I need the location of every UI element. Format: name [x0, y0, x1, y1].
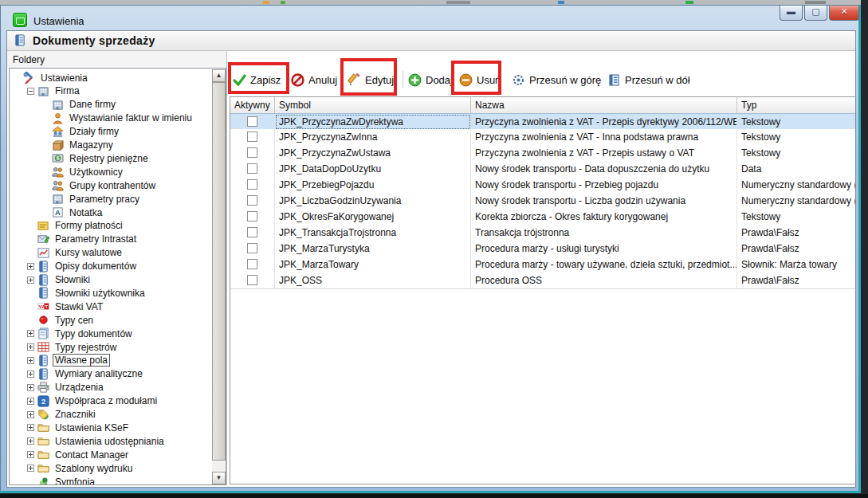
- cell-name[interactable]: Procedura OSS: [471, 273, 737, 288]
- scrollbar-thumb[interactable]: [212, 82, 226, 461]
- tree-item-urz-dzenia[interactable]: Urządzenia: [10, 381, 226, 394]
- maximize-button[interactable]: ▢: [804, 6, 827, 21]
- cell-symbol[interactable]: JPK_PrzyczynaZwDyrektywa: [275, 114, 471, 130]
- cell-name[interactable]: Przyczyna zwolnienia z VAT - Przepis ust…: [471, 145, 737, 161]
- cell-type[interactable]: Tekstowy: [737, 145, 856, 161]
- tree-item-szablony-wydruku[interactable]: Szablony wydruku: [10, 461, 226, 475]
- active-checkbox[interactable]: [247, 227, 257, 237]
- close-button[interactable]: ✕: [829, 6, 859, 21]
- tree-item-stawki-vat[interactable]: VATTStawki VAT: [10, 300, 226, 313]
- tree-item-wystawianie-faktur-w-imieniu[interactable]: Wystawianie faktur w imieniu: [10, 112, 226, 125]
- tree-expander-plus[interactable]: [27, 411, 34, 418]
- cell-symbol[interactable]: JPK_PrzyczynaZwInna: [275, 129, 471, 145]
- active-checkbox[interactable]: [247, 195, 257, 206]
- table-row-jpk-przyczynazwdyrektywa[interactable]: JPK_PrzyczynaZwDyrektywaPrzyczyna zwolni…: [230, 113, 856, 131]
- active-checkbox[interactable]: [247, 259, 257, 269]
- cell-name[interactable]: Procedura marży - usługi turystyki: [471, 241, 737, 257]
- tree-item-s-owniki[interactable]: Słowniki: [10, 273, 226, 287]
- active-checkbox[interactable]: [247, 163, 257, 174]
- tree-item-ustawienia[interactable]: Ustawienia: [10, 71, 212, 84]
- active-checkbox[interactable]: [247, 116, 257, 127]
- tree-item-u-ytkownicy[interactable]: Użytkownicy: [10, 165, 226, 178]
- tree-expander-plus[interactable]: [27, 424, 34, 431]
- active-checkbox[interactable]: [247, 275, 257, 285]
- tree-expander-plus[interactable]: [27, 465, 34, 472]
- tree-item-notatka[interactable]: ANotatka: [10, 206, 226, 219]
- tree-expander-plus[interactable]: [27, 371, 34, 378]
- table-row-jpk-oss[interactable]: JPK_OSSProcedura OSSPrawda\Fałsz: [230, 273, 856, 289]
- przesu-w-g-r-button[interactable]: Przesuń w górę: [509, 69, 604, 90]
- cell-name[interactable]: Przyczyna zwolnienia z VAT - Przepis dyr…: [471, 114, 737, 130]
- tree-item-s-owniki-u-ytkownika[interactable]: Słowniki użytkownika: [10, 286, 226, 300]
- cell-name[interactable]: Nowy środek transportu - Przebieg pojazd…: [471, 177, 737, 193]
- tree-item-dzia-y-firmy[interactable]: Działy firmy: [10, 125, 226, 139]
- table-row-jpk-datadopdouzytku[interactable]: JPK_DataDopDoUzytkuNowy środek transport…: [230, 161, 856, 178]
- table-row-jpk-przyczynazwustawa[interactable]: JPK_PrzyczynaZwUstawaPrzyczyna zwolnieni…: [230, 145, 856, 162]
- column-header-aktywny[interactable]: Aktywny: [230, 97, 275, 113]
- tree-item-wymiary-analityczne[interactable]: Wymiary analityczne: [10, 367, 226, 381]
- tree-item-wsp-praca-z-modu-ami[interactable]: 2Współpraca z modułami: [10, 394, 226, 408]
- tree-item-firma[interactable]: Firma: [10, 84, 226, 98]
- table-row-jpk-liczbagodzinuzywania[interactable]: JPK_LiczbaGodzinUzywaniaNowy środek tran…: [230, 193, 856, 210]
- cell-symbol[interactable]: JPK_PrzyczynaZwUstawa: [275, 145, 471, 161]
- minimize-button[interactable]: ▬: [780, 6, 803, 21]
- tree-item-parametry-intrastat[interactable]: Parametry Intrastat: [10, 233, 226, 246]
- cell-name[interactable]: Procedura marży - towary używane, dzieła…: [471, 257, 737, 273]
- cell-type[interactable]: Tekstowy: [737, 209, 856, 225]
- active-checkbox[interactable]: [247, 131, 257, 142]
- tree-item-typy-dokument-w[interactable]: Typy dokumentów: [10, 327, 226, 340]
- table-row-jpk-marzaturystyka[interactable]: JPK_MarzaTurystykaProcedura marży - usłu…: [230, 241, 856, 257]
- tree-item-ustawienia-ksef[interactable]: Ustawienia KSeF: [10, 421, 226, 434]
- tree-item-formy-p-atno-ci[interactable]: Formy płatności: [10, 219, 226, 233]
- cell-symbol[interactable]: JPK_MarzaTurystyka: [275, 241, 471, 257]
- cell-symbol[interactable]: JPK_LiczbaGodzinUzywania: [275, 193, 471, 209]
- cell-name[interactable]: Nowy środek transportu - Data dopuszczen…: [471, 161, 737, 177]
- cell-symbol[interactable]: JPK_DataDopDoUzytku: [275, 161, 471, 177]
- tree-item-contact-manager[interactable]: Contact Manager: [10, 448, 226, 461]
- cell-name[interactable]: Korekta zbiorcza - Okres faktury korygow…: [471, 209, 737, 225]
- cell-type[interactable]: Tekstowy: [737, 114, 856, 130]
- tree-item-dane-firmy[interactable]: Dane firmy: [10, 98, 226, 112]
- cell-type[interactable]: Numeryczny standardowy (...: [737, 193, 856, 209]
- column-header-nazwa[interactable]: Nazwa: [471, 97, 737, 113]
- cell-type[interactable]: Słownik: Marża towary: [737, 257, 856, 273]
- tree-expander-plus[interactable]: [27, 343, 34, 351]
- tree-expander-plus[interactable]: [27, 437, 34, 445]
- active-checkbox[interactable]: [247, 243, 257, 253]
- column-header-typ[interactable]: Typ: [737, 97, 856, 113]
- tree-item-kursy-walutowe[interactable]: Kursy walutowe: [10, 246, 226, 260]
- dodaj-button[interactable]: Dodaj: [405, 69, 456, 90]
- cell-name[interactable]: Nowy środek transportu - Liczba godzin u…: [471, 193, 737, 209]
- tree-item-w-asne-pola[interactable]: Własne pola: [10, 354, 226, 367]
- titlebar[interactable]: Ustawienia: [0, 5, 861, 30]
- tree-item-ustawienia-udost-pniania[interactable]: Ustawienia udostępniania: [10, 434, 226, 448]
- tree-item-grupy-kontrahent-w[interactable]: Grupy kontrahentów: [10, 178, 226, 192]
- active-checkbox[interactable]: [247, 179, 257, 190]
- tree-scrollbar[interactable]: ▲ ▼: [212, 69, 226, 484]
- active-checkbox[interactable]: [247, 147, 257, 158]
- anuluj-button[interactable]: Anuluj: [288, 69, 340, 90]
- cell-symbol[interactable]: JPK_MarzaTowary: [275, 257, 471, 273]
- tree-expander-plus[interactable]: [27, 384, 34, 391]
- tree-expander-plus[interactable]: [27, 357, 34, 364]
- active-checkbox[interactable]: [247, 211, 257, 222]
- tree-item-typy-cen[interactable]: Typy cen: [10, 313, 226, 327]
- tree-item-parametry-pracy[interactable]: Parametry pracy: [10, 192, 226, 206]
- tree-item-rejestry-pieni-ne[interactable]: $Rejestry pieniężne: [10, 151, 226, 165]
- przesu-w-d-button[interactable]: Przesuń w dół: [604, 69, 693, 90]
- cell-symbol[interactable]: JPK_OSS: [275, 273, 471, 288]
- tree-expander-plus[interactable]: [27, 263, 34, 270]
- table-row-jpk-marzatowary[interactable]: JPK_MarzaTowaryProcedura marży - towary …: [230, 257, 856, 273]
- cell-type[interactable]: Prawda\Fałsz: [737, 225, 856, 241]
- column-header-symbol[interactable]: Symbol: [275, 97, 471, 113]
- tree-expander-plus[interactable]: [27, 398, 34, 405]
- tree-item-znaczniki[interactable]: Znaczniki: [10, 408, 226, 422]
- table-row-jpk-okresfakorygowanej[interactable]: JPK_OkresFaKorygowanejKorekta zbiorcza -…: [230, 209, 856, 225]
- cell-type[interactable]: Prawda\Fałsz: [737, 273, 856, 288]
- tree-expander-plus[interactable]: [27, 451, 34, 458]
- cell-symbol[interactable]: JPK_OkresFaKorygowanej: [275, 209, 471, 225]
- scroll-up-button[interactable]: ▲: [212, 69, 226, 82]
- cell-type[interactable]: Numeryczny standardowy (...: [737, 177, 856, 193]
- tree-item-symfonia[interactable]: Symfonia: [10, 475, 226, 485]
- cell-type[interactable]: Tekstowy: [737, 129, 856, 145]
